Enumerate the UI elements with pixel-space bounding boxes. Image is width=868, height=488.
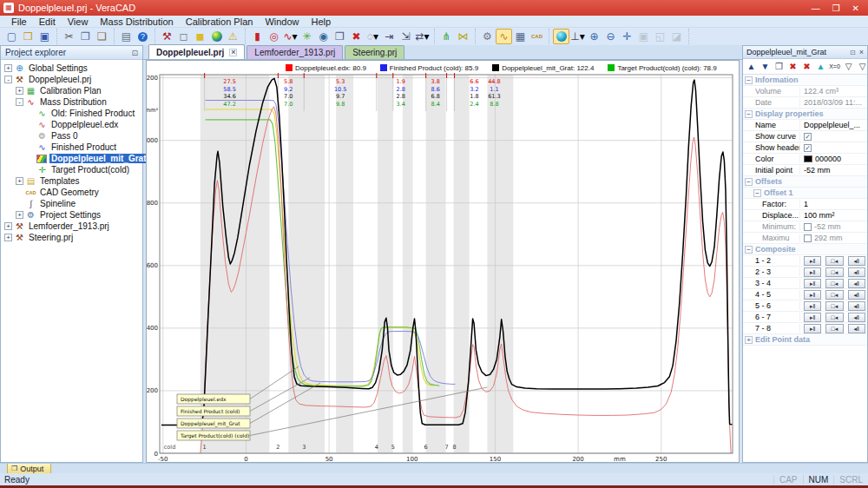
print-icon[interactable]: ▤ bbox=[118, 29, 135, 44]
shift-left-button[interactable]: ◂‖ bbox=[848, 267, 865, 277]
menu-calibration-plan[interactable]: Calibration Plan bbox=[180, 16, 260, 27]
export-icon[interactable]: ⇥ bbox=[381, 29, 398, 44]
tab-steering-prj[interactable]: Steering.prj bbox=[345, 45, 404, 59]
collapse-icon[interactable]: − bbox=[753, 189, 761, 197]
swap-arrows-icon[interactable]: ⇄▾ bbox=[414, 29, 431, 44]
property-value[interactable]: 122.4 cm³ bbox=[800, 87, 867, 96]
save-icon[interactable]: ▣ bbox=[36, 29, 53, 44]
shift-left-button[interactable]: ◂‖ bbox=[848, 301, 865, 311]
tree-toggle-icon[interactable]: + bbox=[4, 222, 12, 230]
shift-left-button[interactable]: ◂‖ bbox=[848, 290, 865, 300]
rotate-view-icon[interactable] bbox=[553, 29, 569, 44]
tree-toggle-icon[interactable]: + bbox=[4, 234, 12, 241]
x-zero-icon[interactable]: X=0 bbox=[828, 60, 841, 73]
tree-item-target-product-cold-[interactable]: ✛Target Product(cold) bbox=[1, 164, 142, 175]
tree-toggle-icon[interactable]: + bbox=[16, 87, 23, 95]
close-button[interactable]: ✕ bbox=[852, 3, 859, 13]
mass-curve-icon[interactable]: ∿ bbox=[496, 29, 512, 44]
move-up-icon[interactable]: ▲ bbox=[745, 60, 758, 73]
shift-left-button[interactable]: ◂‖ bbox=[848, 324, 865, 333]
curve-red-icon[interactable]: ∿▾ bbox=[282, 29, 299, 44]
property-value[interactable]: ✓ bbox=[800, 144, 867, 152]
tab-doppelpleuel-prj[interactable]: Doppelpleuel.prj× bbox=[148, 44, 245, 59]
fit-button[interactable]: □◂ bbox=[825, 256, 843, 266]
export-image-icon[interactable]: ⇲ bbox=[398, 29, 414, 44]
render-sphere-icon[interactable] bbox=[208, 29, 225, 44]
move-down-icon[interactable]: ▼ bbox=[759, 60, 772, 73]
property-value[interactable]: 292 mm bbox=[800, 234, 867, 242]
maximize-button[interactable]: ❐ bbox=[832, 3, 840, 13]
collapse-icon[interactable]: − bbox=[745, 246, 753, 254]
shift-left-button[interactable]: ◂‖ bbox=[848, 313, 865, 322]
checkbox[interactable] bbox=[804, 223, 812, 231]
menu-mass-distribution[interactable]: Mass Distribution bbox=[94, 16, 179, 27]
tree-toggle-icon[interactable]: - bbox=[16, 98, 23, 106]
property-value[interactable]: 1 bbox=[800, 200, 867, 208]
section-header-edit-point-data[interactable]: +Edit Point data bbox=[743, 334, 867, 346]
mirror-icon[interactable]: ▲ bbox=[814, 60, 827, 73]
tree-item-mass-distribution[interactable]: -∿Mass Distribution bbox=[1, 96, 142, 108]
shift-right-button[interactable]: ▸‖ bbox=[804, 267, 821, 277]
eye-icon[interactable]: ◉ bbox=[315, 29, 332, 44]
minimize-button[interactable]: — bbox=[812, 3, 820, 13]
property-value[interactable]: -52 mm bbox=[800, 222, 867, 231]
tree-item-steering-prj[interactable]: +⚒Steering.prj bbox=[1, 232, 142, 243]
section-header-information[interactable]: −Information bbox=[743, 75, 867, 86]
tree-item-old-finished-product[interactable]: ∿Old: Finished Product bbox=[1, 108, 142, 119]
filter-add-icon[interactable]: ▽ bbox=[842, 60, 855, 73]
shift-right-button[interactable]: ▸‖ bbox=[804, 290, 821, 300]
fit-button[interactable]: □◂ bbox=[825, 324, 843, 333]
collapse-icon[interactable]: − bbox=[745, 76, 753, 84]
thermometer-icon[interactable]: ▮ bbox=[249, 29, 266, 44]
shift-right-button[interactable]: ▸‖ bbox=[804, 301, 821, 311]
paste-icon[interactable]: ❏ bbox=[94, 29, 110, 44]
copy-icon[interactable]: ❐ bbox=[773, 60, 786, 73]
collapse-icon[interactable]: − bbox=[745, 178, 753, 186]
cube-yellow-icon[interactable]: ◼ bbox=[192, 29, 208, 44]
tab-close-icon[interactable]: × bbox=[229, 49, 237, 56]
shift-right-button[interactable]: ▸‖ bbox=[804, 324, 821, 333]
menu-file[interactable]: File bbox=[5, 16, 33, 27]
help-icon[interactable]: ? bbox=[135, 29, 151, 44]
fit-button[interactable]: □◂ bbox=[825, 313, 843, 322]
copy-icon[interactable]: ❐ bbox=[77, 29, 94, 44]
collapse-icon[interactable]: − bbox=[745, 110, 753, 118]
tree-toggle-icon[interactable]: + bbox=[16, 177, 23, 185]
fit-button[interactable]: □◂ bbox=[825, 279, 843, 288]
cad-key-icon[interactable]: CAD bbox=[529, 29, 545, 44]
pin-icon[interactable]: ⊡ bbox=[131, 49, 138, 57]
tree-item-lemfoerder-1913-prj[interactable]: +⚒Lemfoerder_1913.prj bbox=[1, 221, 142, 232]
section-header-composite[interactable]: −Composite bbox=[743, 244, 867, 255]
axis-icon[interactable]: ⊥▾ bbox=[569, 29, 586, 44]
flow-split-icon[interactable]: ⋔ bbox=[438, 29, 455, 44]
fit-button[interactable]: □◂ bbox=[825, 290, 843, 300]
zoom-fit-icon[interactable]: ✛ bbox=[619, 29, 635, 44]
checkbox[interactable]: ✓ bbox=[804, 144, 812, 152]
property-value[interactable]: 2018/03/09 11:... bbox=[800, 98, 867, 107]
tree-item-finished-product[interactable]: ∿Finished Product bbox=[1, 142, 142, 153]
shift-right-button[interactable]: ▸‖ bbox=[804, 256, 821, 266]
property-value[interactable]: 000000 bbox=[800, 155, 867, 163]
tree-toggle-icon[interactable]: - bbox=[4, 76, 12, 83]
section-header-display-properties[interactable]: −Display properties bbox=[743, 109, 867, 120]
tree-item-calibration-plan[interactable]: +▦Calibration Plan bbox=[1, 85, 142, 96]
tree-toggle-icon[interactable]: + bbox=[4, 64, 12, 72]
forge-tool-icon[interactable]: ⚒ bbox=[159, 29, 175, 44]
section-header-offsets[interactable]: −Offsets bbox=[743, 176, 867, 188]
target-icon[interactable]: ◎ bbox=[266, 29, 282, 44]
fit-button[interactable]: □◂ bbox=[825, 267, 843, 277]
color-swatch[interactable] bbox=[804, 155, 812, 162]
tree-item-doppelpleuel-mit-grat[interactable]: Doppelpleuel_mit_Grat bbox=[1, 153, 142, 164]
tab-lemfoerder-1913-prj[interactable]: Lemfoerder_1913.prj bbox=[247, 45, 343, 59]
property-value[interactable]: 100 mm² bbox=[800, 211, 867, 220]
chart-canvas[interactable]: 1234567827.55.85.31.93.86.644.858.59.210… bbox=[147, 61, 740, 464]
new-file-icon[interactable]: ▢ bbox=[3, 29, 20, 44]
menu-help[interactable]: Help bbox=[306, 16, 338, 27]
tree-item-doppelpleuel-edx[interactable]: ∿Doppelpleuel.edx bbox=[1, 119, 142, 130]
warning-icon[interactable]: ⚠ bbox=[225, 29, 241, 44]
shift-left-button[interactable]: ◂‖ bbox=[848, 256, 865, 266]
machine-icon[interactable]: ⚙ bbox=[479, 29, 496, 44]
flow-merge-icon[interactable]: ⋈ bbox=[455, 29, 471, 44]
close-icon[interactable]: × bbox=[859, 48, 864, 56]
shift-right-button[interactable]: ▸‖ bbox=[804, 313, 821, 322]
